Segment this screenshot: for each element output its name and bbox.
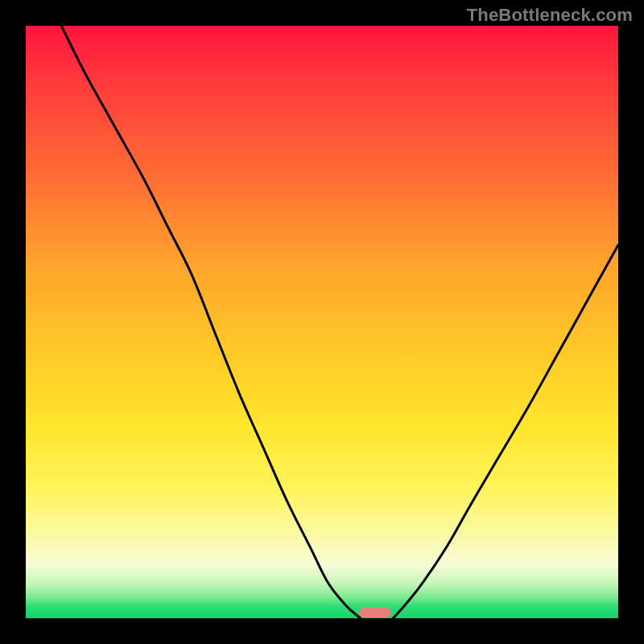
series-right-branch: [393, 245, 618, 618]
watermark-text: TheBottleneck.com: [467, 5, 633, 26]
curve-layer: [26, 26, 618, 618]
series-left-branch: [61, 26, 361, 618]
bottleneck-marker: [359, 608, 391, 617]
plot-area: [26, 26, 618, 618]
chart-frame: TheBottleneck.com: [0, 0, 644, 644]
